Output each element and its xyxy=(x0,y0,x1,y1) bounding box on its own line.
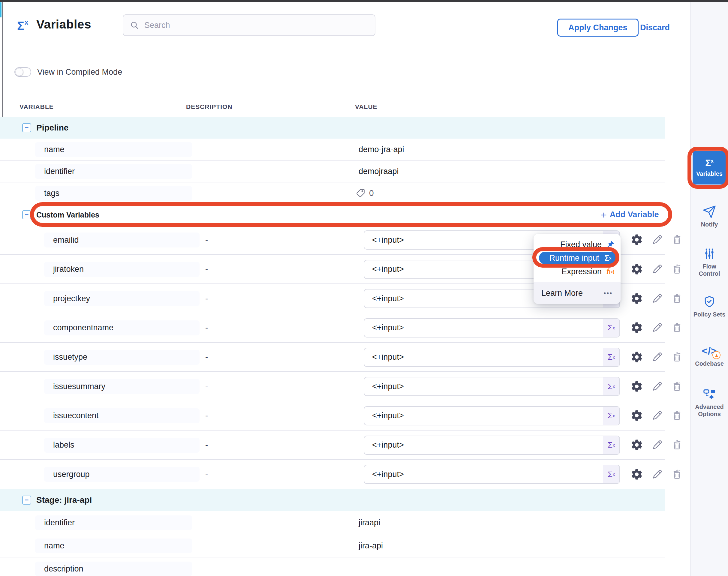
input-value: <+input> xyxy=(364,470,603,479)
edit-icon-button[interactable] xyxy=(650,291,664,306)
collapse-icon[interactable]: − xyxy=(22,496,31,505)
learn-more-button[interactable]: Learn More ••• xyxy=(534,282,621,304)
settings-icon-button[interactable] xyxy=(629,438,644,452)
variable-value: demojraapi xyxy=(359,167,399,176)
variable-name-field[interactable]: issuesummary xyxy=(44,379,200,394)
edit-icon-button[interactable] xyxy=(650,350,664,364)
sidebar-item-advanced-options[interactable]: Advanced Options xyxy=(691,387,728,417)
menu-item-runtime-input[interactable]: Runtime input Σx xyxy=(539,252,616,264)
delete-icon-button[interactable] xyxy=(670,232,684,247)
variable-value: demo-jra-api xyxy=(359,145,404,154)
variable-name-field[interactable]: name xyxy=(35,539,192,553)
delete-icon-button[interactable] xyxy=(670,350,684,364)
runtime-input-field[interactable]: <+input>Σx xyxy=(364,348,620,367)
variable-name: identifier xyxy=(44,518,75,527)
runtime-input-field[interactable]: <+input>Σx xyxy=(364,377,620,396)
variable-value: jira-api xyxy=(359,541,383,550)
variable-name-field[interactable]: issuecontent xyxy=(44,408,200,423)
variable-description: - xyxy=(205,411,208,420)
sidebar-item-variables[interactable]: Σx Variables xyxy=(693,151,726,184)
variables-panel: Σx Variables Apply Changes Discard View … xyxy=(0,0,728,576)
apply-changes-button[interactable]: Apply Changes xyxy=(557,19,639,37)
variable-name: issuecontent xyxy=(53,411,99,420)
sigma-chip[interactable]: Σx xyxy=(603,465,619,483)
edit-icon-button[interactable] xyxy=(650,438,664,452)
sigma-chip[interactable]: Σx xyxy=(603,319,619,337)
learn-more-label: Learn More xyxy=(541,289,583,298)
variable-name-field[interactable]: componentname xyxy=(44,320,200,336)
collapse-icon[interactable]: − xyxy=(22,210,31,219)
sidebar-item-policy-sets[interactable]: Policy Sets xyxy=(691,295,728,318)
variable-name: emailid xyxy=(53,235,79,245)
variable-name-field[interactable]: projectkey xyxy=(44,291,200,306)
edit-icon-button[interactable] xyxy=(650,467,664,482)
edit-icon-button[interactable] xyxy=(650,320,664,335)
settings-icon-button[interactable] xyxy=(629,379,644,394)
edit-icon-button[interactable] xyxy=(650,262,664,276)
delete-icon-button[interactable] xyxy=(670,379,684,394)
runtime-input-field[interactable]: <+input>Σx xyxy=(364,318,620,338)
runtime-input-field[interactable]: <+input>Σx xyxy=(364,406,620,425)
variable-row-usergroup: usergroup-<+input>Σx xyxy=(0,460,665,489)
variable-name-field[interactable]: emailid xyxy=(44,232,200,248)
sidebar-item-notify[interactable]: Notify xyxy=(691,205,728,228)
section-pipeline: −Pipelinenamedemo-jra-apiidentifierdemoj… xyxy=(0,117,665,204)
section-band-custom: −Custom Variables+Add Variable xyxy=(0,204,665,225)
variable-name-field[interactable]: usergroup xyxy=(44,467,200,482)
variable-row-componentname: componentname-<+input>Σx xyxy=(0,313,665,343)
delete-icon-button[interactable] xyxy=(670,438,684,452)
delete-icon-button[interactable] xyxy=(670,320,684,335)
sigma-chip[interactable]: Σx xyxy=(603,377,619,395)
runtime-input-field[interactable]: <+input>Σx xyxy=(364,436,620,455)
settings-icon-button[interactable] xyxy=(629,467,644,482)
sigma-chip[interactable]: Σx xyxy=(603,436,619,454)
menu-item-fixed-value[interactable]: Fixed value xyxy=(539,238,615,251)
section-title: Custom Variables xyxy=(36,210,99,219)
section-stage: −Stage: jira-apiidentifierjiraapinamejir… xyxy=(0,489,665,576)
code-warning-icon: </>▲ xyxy=(691,344,728,358)
variable-name: labels xyxy=(53,440,75,450)
variable-row-description: description xyxy=(0,557,665,576)
add-variable-button[interactable]: +Add Variable xyxy=(601,210,659,220)
compiled-mode-toggle[interactable] xyxy=(15,67,31,77)
sidebar-label-flow-control: Flow Control xyxy=(691,263,728,277)
section-band-pipeline: −Pipeline xyxy=(0,117,665,139)
collapse-icon[interactable]: − xyxy=(22,123,31,132)
delete-icon-button[interactable] xyxy=(670,467,684,482)
settings-icon-button[interactable] xyxy=(629,350,644,364)
discard-button[interactable]: Discard xyxy=(640,19,670,37)
input-value: <+input> xyxy=(364,323,603,333)
settings-icon-button[interactable] xyxy=(629,232,644,247)
variable-name-field[interactable]: labels xyxy=(44,438,200,453)
expression-fx-icon: f(x) xyxy=(606,267,615,276)
variable-name-field[interactable]: identifier xyxy=(35,515,192,530)
variable-description: - xyxy=(205,235,208,244)
menu-item-expression[interactable]: Expression f(x) xyxy=(539,265,615,278)
variable-name-field[interactable]: name xyxy=(35,142,192,157)
sidebar-item-flow-control[interactable]: Flow Control xyxy=(691,247,728,277)
edit-icon-button[interactable] xyxy=(650,379,664,394)
variable-name-field[interactable]: identifier xyxy=(35,164,192,179)
page-title: Variables xyxy=(36,18,91,31)
variable-name: jiratoken xyxy=(53,265,84,274)
sigma-chip[interactable]: Σx xyxy=(603,407,619,425)
edit-icon-button[interactable] xyxy=(650,408,664,423)
delete-icon-button[interactable] xyxy=(670,262,684,276)
variable-name-field[interactable]: tags xyxy=(35,186,192,201)
search-input[interactable] xyxy=(144,20,368,30)
settings-icon-button[interactable] xyxy=(629,408,644,423)
variable-name-field[interactable]: issuetype xyxy=(44,350,200,365)
variable-name-field[interactable]: description xyxy=(35,561,192,576)
edit-icon-button[interactable] xyxy=(650,232,664,247)
delete-icon-button[interactable] xyxy=(670,291,684,306)
settings-icon-button[interactable] xyxy=(629,262,644,276)
settings-icon-button[interactable] xyxy=(629,291,644,306)
delete-icon-button[interactable] xyxy=(670,408,684,423)
search-box[interactable] xyxy=(123,15,375,36)
paper-plane-icon xyxy=(691,205,728,219)
sigma-chip[interactable]: Σx xyxy=(603,348,619,366)
settings-icon-button[interactable] xyxy=(629,320,644,335)
sidebar-item-codebase[interactable]: </>▲ Codebase xyxy=(691,344,728,367)
variable-name-field[interactable]: jiratoken xyxy=(44,262,200,277)
runtime-input-field[interactable]: <+input>Σx xyxy=(364,465,620,484)
